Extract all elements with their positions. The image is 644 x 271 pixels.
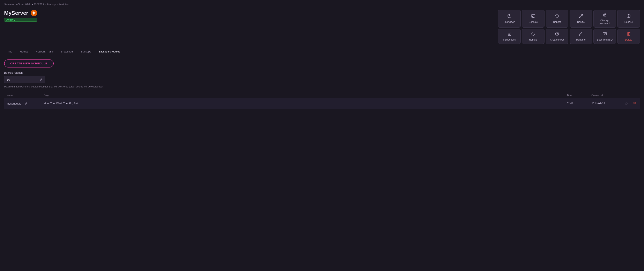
svg-line-11 [581,15,582,16]
rescue-button[interactable]: Rescue [617,10,640,28]
schedule-table-section: Name Days Time Created at MySchedule [4,93,640,109]
instructions-button[interactable]: Instructions [498,29,521,44]
svg-rect-8 [531,15,535,17]
server-info: MyServer ACTIVE [4,10,37,22]
rotation-input-row: 10 [4,76,45,83]
col-header-time: Time [564,93,589,98]
schedule-name-edit-button[interactable] [24,101,29,106]
header-section: MyServer ACTIVE [0,8,644,46]
rename-label: Rename [576,38,586,41]
svg-point-3 [34,14,34,15]
delete-button[interactable]: Delete [617,29,640,44]
rotation-section: Backup rotation: 10 Maximum number of sc… [4,71,640,88]
delete-icon [626,32,631,37]
breadcrumb-sep1: > [15,3,17,6]
col-header-actions [622,93,640,98]
os-icon [31,10,37,16]
resize-label: Resize [577,21,585,24]
tab-snapshots[interactable]: Snapshots [57,48,77,55]
rotation-label: Backup rotation: [4,71,640,74]
console-icon [531,14,536,19]
svg-line-12 [579,17,580,18]
svg-point-29 [604,34,605,34]
resize-icon [579,14,583,19]
schedule-edit-button[interactable] [624,101,630,106]
nav-tabs: Info Metrics Network Traffic Snapshots B… [0,48,644,55]
rotation-edit-icon[interactable] [40,78,42,81]
tab-network-traffic[interactable]: Network Traffic [32,48,57,55]
shut-down-icon [507,14,512,19]
rename-button[interactable]: Rename [570,29,592,44]
col-header-days: Days [41,93,564,98]
svg-point-14 [604,15,605,16]
console-label: Console [529,21,538,24]
breadcrumb-current: Backup schedules [47,3,69,6]
shut-down-label: Shut down [504,21,515,24]
table-header: Name Days Time Created at [4,93,640,98]
change-password-label: Change password [595,19,614,25]
breadcrumb-server-id[interactable]: 5203773 [34,3,44,6]
instructions-icon [507,32,512,37]
table-row: MySchedule Mon, Tue, Wed, Thu, Fri, Sat … [4,98,640,109]
schedule-table: Name Days Time Created at MySchedule [4,93,640,109]
schedule-name-text: MySchedule [6,102,22,105]
rotation-value: 10 [7,78,10,81]
col-header-created: Created at [589,93,622,98]
create-ticket-label: Create ticket [550,38,564,41]
rescue-icon [626,14,631,19]
change-password-button[interactable]: Change password [594,10,616,28]
boot-from-iso-label: Boot from ISO [597,38,612,41]
table-body: MySchedule Mon, Tue, Wed, Thu, Fri, Sat … [4,98,640,109]
svg-point-26 [557,35,558,35]
server-name: MyServer [4,10,28,16]
action-buttons: Shut down Console Reboot [498,10,640,44]
rebuild-button[interactable]: Rebuild [522,29,544,44]
svg-point-20 [628,16,629,17]
schedule-name: MySchedule [4,98,41,109]
rebuild-label: Rebuild [529,38,538,41]
tab-backup-schedules[interactable]: Backup schedules [95,48,124,55]
svg-point-2 [34,11,34,12]
create-new-schedule-button[interactable]: CREATE NEW SCHEDULE [4,60,54,68]
content-area: CREATE NEW SCHEDULE Backup rotation: 10 … [0,55,644,113]
schedule-time: 02:01 [564,98,589,109]
tab-metrics[interactable]: Metrics [16,48,32,55]
instructions-label: Instructions [503,38,516,41]
col-header-name: Name [4,93,41,98]
svg-point-5 [35,13,36,13]
svg-point-1 [33,12,35,14]
tab-info[interactable]: Info [4,48,16,55]
shut-down-button[interactable]: Shut down [498,10,521,28]
breadcrumb-sep3: > [44,3,47,6]
reboot-label: Reboot [553,21,561,24]
schedule-created-at: 2024-07-24 [589,98,622,109]
svg-rect-31 [634,102,636,104]
svg-point-4 [32,13,33,13]
schedule-row-actions [622,98,640,109]
breadcrumb-services[interactable]: Services [4,3,14,6]
tab-backups[interactable]: Backups [77,48,95,55]
delete-label: Delete [625,38,632,41]
server-name-row: MyServer [4,10,37,16]
console-button[interactable]: Console [522,10,544,28]
resize-button[interactable]: Resize [570,10,592,28]
change-password-icon [602,12,607,18]
schedule-days: Mon, Tue, Wed, Thu, Fri, Sat [41,98,564,109]
schedule-delete-button[interactable] [632,101,638,106]
rescue-label: Rescue [624,21,633,24]
boot-from-iso-icon [602,32,607,37]
rotation-hint: Maximum number of scheduled backups that… [4,85,640,88]
rename-icon [579,32,583,37]
reboot-button[interactable]: Reboot [546,10,568,28]
rebuild-icon [531,32,536,37]
breadcrumb: Services > Cloud VPS > 5203773 > Backup … [0,0,644,8]
breadcrumb-cloud-vps[interactable]: Cloud VPS [18,3,31,6]
reboot-icon [555,14,559,19]
create-ticket-icon [555,32,559,37]
status-badge: ACTIVE [4,18,37,22]
boot-from-iso-button[interactable]: Boot from ISO [594,29,616,44]
breadcrumb-sep2: > [31,3,34,6]
create-ticket-button[interactable]: Create ticket [546,29,568,44]
